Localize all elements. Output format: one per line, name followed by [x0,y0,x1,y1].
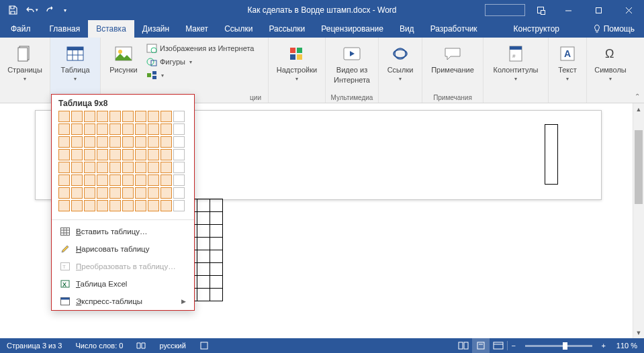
tab-mailings[interactable]: Рассылки [261,20,313,38]
grid-cell[interactable] [58,123,70,135]
grid-cell[interactable] [84,187,95,199]
tab-insert[interactable]: Вставка [88,20,134,38]
grid-cell[interactable] [58,136,70,148]
grid-cell[interactable] [84,200,95,211]
grid-cell[interactable] [109,174,121,186]
grid-cell[interactable] [135,174,146,186]
header-footer-button[interactable]: # Колонтитулы ▾ [488,40,544,82]
grid-cell[interactable] [173,187,185,199]
grid-cell[interactable] [160,123,172,135]
grid-cell[interactable] [122,136,134,148]
grid-cell[interactable] [71,174,83,186]
grid-cell[interactable] [148,162,159,173]
grid-cell[interactable] [97,174,108,186]
grid-cell[interactable] [148,174,159,186]
tab-design[interactable]: Дизайн [134,20,177,38]
grid-cell[interactable] [160,162,172,173]
grid-cell[interactable] [97,200,108,211]
grid-cell[interactable] [148,136,159,148]
grid-cell[interactable] [58,174,70,186]
grid-cell[interactable] [122,174,134,186]
redo-button[interactable] [42,1,59,19]
grid-cell[interactable] [109,136,121,148]
grid-cell[interactable] [160,200,172,211]
grid-cell[interactable] [173,123,185,135]
grid-cell[interactable] [160,187,172,199]
grid-cell[interactable] [135,149,146,160]
table-button[interactable]: Таблица ▾ [54,40,96,82]
spell-check-status[interactable] [130,342,152,350]
grid-cell[interactable] [135,136,146,148]
grid-cell[interactable] [97,187,108,199]
zoom-out-button[interactable]: − [508,342,520,350]
grid-cell[interactable] [71,162,83,173]
grid-cell[interactable] [109,162,121,173]
grid-cell[interactable] [109,149,121,160]
grid-cell[interactable] [84,136,95,148]
grid-cell[interactable] [173,174,185,186]
read-mode-button[interactable] [455,338,472,353]
grid-cell[interactable] [173,149,185,160]
grid-cell[interactable] [97,149,108,160]
scroll-thumb[interactable] [635,130,643,204]
grid-cell[interactable] [135,111,146,122]
grid-cell[interactable] [71,111,83,122]
text-button[interactable]: A Текст ▾ [553,40,582,82]
table-grid-picker[interactable] [52,111,194,217]
grid-cell[interactable] [160,149,172,160]
grid-cell[interactable] [71,187,83,199]
tab-developer[interactable]: Разработчик [422,20,486,38]
grid-cell[interactable] [58,149,70,160]
vertical-scrollbar[interactable]: ▲ ▼ [633,103,644,338]
grid-cell[interactable] [84,123,95,135]
save-button[interactable] [4,1,21,19]
grid-cell[interactable] [109,200,121,211]
maximize-button[interactable] [584,0,614,20]
grid-cell[interactable] [122,123,134,135]
grid-cell[interactable] [58,162,70,173]
grid-cell[interactable] [148,149,159,160]
zoom-handle[interactable] [563,342,567,350]
grid-cell[interactable] [109,111,121,122]
qat-customize-button[interactable]: ▾ [60,1,70,19]
account-area[interactable] [485,4,525,16]
grid-cell[interactable] [135,123,146,135]
page-number-status[interactable]: Страница 3 из 3 [0,342,68,350]
minimize-button[interactable] [553,0,584,20]
draw-table-item[interactable]: Нарисовать таблицу [52,240,194,258]
online-video-button[interactable]: Видео из Интернета [330,40,374,85]
grid-cell[interactable] [173,111,185,122]
grid-cell[interactable] [97,111,108,122]
grid-cell[interactable] [71,123,83,135]
grid-cell[interactable] [122,200,134,211]
grid-cell[interactable] [122,187,134,199]
tab-constructor[interactable]: Конструктор [506,20,567,38]
links-button[interactable]: Ссылки ▾ [383,40,418,82]
grid-cell[interactable] [97,123,108,135]
smartart-button[interactable]: ▾ [145,68,255,82]
symbols-button[interactable]: Ω Символы ▾ [591,40,630,82]
tab-home[interactable]: Главная [42,20,89,38]
scroll-down-button[interactable]: ▼ [633,327,644,338]
grid-cell[interactable] [173,136,185,148]
undo-button[interactable]: ▾ [23,1,40,19]
tab-file[interactable]: Файл [0,20,42,38]
tab-view[interactable]: Вид [392,20,422,38]
grid-cell[interactable] [109,187,121,199]
ribbon-display-options-button[interactable] [532,1,549,19]
scroll-up-button[interactable]: ▲ [633,103,644,115]
grid-cell[interactable] [122,111,134,122]
online-pictures-button[interactable]: Изображения из Интернета [145,42,255,55]
track-changes-status[interactable] [193,342,216,350]
insert-table-item[interactable]: Вставить таблицу… [52,223,194,240]
word-count-status[interactable]: Число слов: 0 [68,342,130,350]
grid-cell[interactable] [160,111,172,122]
zoom-in-button[interactable]: + [598,342,610,350]
tab-references[interactable]: Ссылки [216,20,261,38]
grid-cell[interactable] [84,162,95,173]
quick-tables-item[interactable]: Экспресс-таблицы ▶ [52,293,194,310]
grid-cell[interactable] [148,187,159,199]
grid-cell[interactable] [135,200,146,211]
grid-cell[interactable] [148,111,159,122]
grid-cell[interactable] [135,187,146,199]
